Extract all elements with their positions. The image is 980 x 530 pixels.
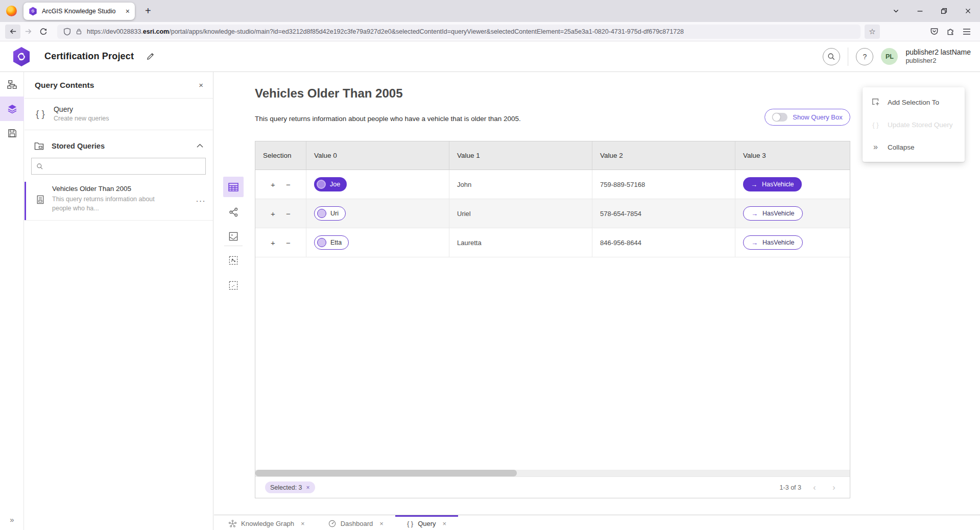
user-name: publisher2 lastName bbox=[905, 47, 971, 57]
menu-item-add-selection-to[interactable]: Add Selection To bbox=[863, 91, 965, 113]
url-text[interactable]: https://dev0028833.esri.com/portal/apps/… bbox=[87, 28, 684, 35]
cell-name[interactable]: Uriel bbox=[449, 199, 592, 228]
show-query-box-toggle[interactable]: Show Query Box bbox=[764, 109, 850, 126]
more-options-icon[interactable]: ··· bbox=[196, 196, 206, 213]
add-to-selection-button[interactable]: + bbox=[269, 180, 277, 189]
cell-name[interactable]: John bbox=[449, 170, 592, 199]
browser-toolbar: https://dev0028833.esri.com/portal/apps/… bbox=[0, 22, 980, 41]
tab-dashboard[interactable]: Dashboard × bbox=[317, 515, 395, 530]
column-header-value0[interactable]: Value 0 bbox=[306, 141, 449, 170]
horizontal-scrollbar[interactable] bbox=[255, 470, 850, 476]
rail-data-model-icon[interactable] bbox=[0, 72, 24, 97]
user-info[interactable]: publisher2 lastName publisher2 bbox=[905, 47, 971, 65]
reload-button[interactable] bbox=[36, 25, 51, 39]
stored-queries-header[interactable]: Stored Queries bbox=[25, 130, 213, 156]
search-icon bbox=[36, 163, 43, 170]
table-row: + − Joe John 759-889-57168 →HasVehicle bbox=[255, 170, 850, 199]
search-button[interactable] bbox=[823, 48, 840, 65]
collapse-section-chevron-icon[interactable] bbox=[197, 143, 203, 148]
bookmark-star-icon[interactable]: ☆ bbox=[865, 25, 880, 39]
help-button[interactable]: ? bbox=[856, 48, 873, 65]
next-page-icon[interactable]: › bbox=[828, 483, 840, 492]
rail-layers-icon[interactable] bbox=[0, 97, 24, 121]
folder-icon bbox=[34, 141, 44, 150]
tracking-shield-icon[interactable] bbox=[63, 28, 71, 36]
selected-count-chip[interactable]: Selected: 3 × bbox=[265, 481, 315, 493]
selected-count-label: Selected: 3 bbox=[270, 484, 302, 491]
new-query-item[interactable]: { } Query Create new queries bbox=[25, 99, 213, 130]
column-header-value3[interactable]: Value 3 bbox=[735, 141, 850, 170]
relationship-pill[interactable]: →HasVehicle bbox=[743, 235, 803, 250]
firefox-logo-icon[interactable] bbox=[6, 6, 17, 16]
stored-query-item[interactable]: Vehicles Older Than 2005 This query retu… bbox=[25, 182, 213, 221]
options-dropdown-menu: Add Selection To { } Update Stored Query… bbox=[863, 87, 965, 162]
map-view-icon[interactable] bbox=[223, 226, 244, 247]
cell-phone[interactable]: 578-654-7854 bbox=[592, 199, 735, 228]
table-view-icon[interactable] bbox=[223, 177, 244, 197]
search-input[interactable] bbox=[48, 162, 201, 170]
rail-save-icon[interactable] bbox=[0, 121, 24, 146]
user-avatar[interactable]: PL bbox=[881, 48, 898, 65]
remove-from-selection-button[interactable]: − bbox=[284, 238, 293, 247]
column-header-selection[interactable]: Selection bbox=[255, 141, 306, 170]
cell-name[interactable]: Lauretta bbox=[449, 228, 592, 257]
query-item-subtitle: Create new queries bbox=[54, 115, 109, 122]
previous-page-icon[interactable]: ‹ bbox=[808, 483, 821, 492]
url-bar[interactable]: https://dev0028833.esri.com/portal/apps/… bbox=[57, 25, 861, 39]
panel-close-icon[interactable]: × bbox=[199, 81, 203, 89]
menu-hamburger-icon[interactable] bbox=[959, 25, 975, 39]
selection-tools-icon[interactable] bbox=[223, 250, 244, 271]
add-to-selection-button[interactable]: + bbox=[269, 209, 277, 218]
entity-pill[interactable]: Joe bbox=[314, 177, 347, 191]
cell-phone[interactable]: 846-956-8644 bbox=[592, 228, 735, 257]
window-minimize-button[interactable] bbox=[908, 0, 932, 22]
selected-indicator-bar bbox=[25, 182, 26, 220]
entity-pill[interactable]: Etta bbox=[314, 235, 349, 250]
column-header-value2[interactable]: Value 2 bbox=[592, 141, 735, 170]
stored-queries-label: Stored Queries bbox=[52, 142, 189, 150]
relationship-pill[interactable]: →HasVehicle bbox=[743, 206, 803, 221]
menu-item-update-stored-query[interactable]: { } Update Stored Query bbox=[863, 113, 965, 136]
remove-from-selection-button[interactable]: − bbox=[284, 209, 293, 218]
remove-from-selection-button[interactable]: − bbox=[284, 180, 293, 189]
entity-dot-icon bbox=[317, 209, 326, 218]
dashboard-gauge-icon bbox=[328, 520, 336, 527]
table-footer: Selected: 3 × 1-3 of 3 ‹ › bbox=[255, 476, 850, 498]
add-selection-icon bbox=[871, 98, 880, 106]
lock-icon[interactable] bbox=[76, 28, 82, 35]
tab-label: Dashboard bbox=[341, 520, 373, 527]
edit-title-pencil-icon[interactable] bbox=[146, 52, 155, 61]
entity-pill[interactable]: Uri bbox=[314, 206, 346, 221]
new-tab-button[interactable]: + bbox=[145, 5, 151, 17]
extensions-puzzle-icon[interactable] bbox=[942, 25, 959, 39]
tab-close-icon[interactable]: × bbox=[301, 520, 305, 527]
empty-selection-icon[interactable] bbox=[223, 275, 244, 296]
window-close-button[interactable] bbox=[956, 0, 980, 22]
project-title: Certification Project bbox=[44, 51, 134, 62]
tab-close-icon[interactable]: × bbox=[443, 520, 447, 527]
tab-knowledge-graph[interactable]: Knowledge Graph × bbox=[217, 515, 317, 530]
browser-tab-active[interactable]: ArcGIS Knowledge Studio × bbox=[23, 3, 135, 20]
arcgis-knowledge-logo bbox=[12, 46, 31, 67]
tab-close-icon[interactable]: × bbox=[379, 520, 384, 527]
query-view: Vehicles Older Than 2005 This query retu… bbox=[214, 72, 980, 515]
stored-queries-search[interactable] bbox=[31, 158, 206, 175]
forward-button[interactable] bbox=[20, 25, 36, 39]
window-restore-button[interactable] bbox=[932, 0, 956, 22]
results-table: Selection Value 0 Value 1 Value 2 Value … bbox=[255, 141, 850, 498]
rail-expand-icon[interactable]: » bbox=[0, 515, 24, 524]
tab-query[interactable]: { } Query × bbox=[395, 515, 458, 530]
tab-close-icon[interactable]: × bbox=[126, 7, 130, 15]
column-header-value1[interactable]: Value 1 bbox=[449, 141, 592, 170]
back-button[interactable] bbox=[5, 25, 20, 39]
menu-item-collapse[interactable]: » Collapse bbox=[863, 136, 965, 158]
clear-selection-icon[interactable]: × bbox=[306, 484, 310, 491]
relationship-pill[interactable]: →HasVehicle bbox=[743, 177, 802, 191]
pocket-icon[interactable] bbox=[926, 25, 942, 39]
cell-phone[interactable]: 759-889-57168 bbox=[592, 170, 735, 199]
add-to-selection-button[interactable]: + bbox=[269, 238, 277, 247]
link-chart-icon[interactable] bbox=[223, 202, 244, 222]
tab-list-chevron-icon[interactable] bbox=[884, 0, 908, 22]
browser-tab-strip: ArcGIS Knowledge Studio × + bbox=[0, 0, 980, 22]
scrollbar-thumb[interactable] bbox=[255, 470, 517, 476]
